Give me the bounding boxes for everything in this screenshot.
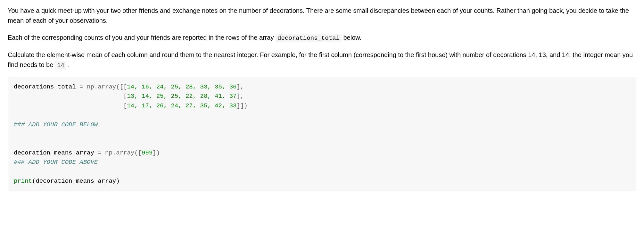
- code-token: decorations_total: [14, 83, 79, 90]
- code-comment-below: ### ADD YOUR CODE BELOW: [14, 121, 98, 128]
- code-cell[interactable]: decorations_total = np.array([[14, 16, 2…: [8, 78, 636, 191]
- code-token: = np.array([[: [79, 83, 127, 90]
- inline-code-decorations-total: decorations_total: [276, 34, 342, 42]
- code-token: decoration_means_array: [14, 149, 98, 156]
- code-token: = np.array([: [98, 149, 142, 156]
- code-token: ],: [237, 83, 244, 90]
- instruction-paragraph-3: Calculate the element-wise mean of each …: [8, 50, 636, 70]
- code-token: [: [14, 102, 127, 109]
- code-token: 999: [142, 149, 153, 156]
- p3-text-before: Calculate the element-wise mean of each …: [8, 51, 633, 68]
- code-token: 13, 14, 25, 25, 22, 28, 41, 37: [127, 93, 236, 100]
- code-token: 14, 16, 24, 25, 28, 33, 35, 36: [127, 83, 236, 90]
- code-token: ]): [153, 149, 160, 156]
- code-print-arg: (decoration_means_array): [32, 178, 120, 185]
- instruction-paragraph-2: Each of the corresponding counts of you …: [8, 33, 636, 43]
- code-print-fn: print: [14, 178, 32, 185]
- code-token: [: [14, 93, 127, 100]
- p3-text-after: .: [66, 61, 70, 68]
- code-token: 14, 17, 26, 24, 27, 35, 42, 33: [127, 102, 236, 109]
- p2-text-after: below.: [342, 34, 361, 41]
- code-token: ]]): [237, 102, 248, 109]
- instruction-paragraph-1: You have a quick meet-up with your two o…: [8, 6, 636, 26]
- inline-code-expected-14: 14: [55, 61, 66, 70]
- p2-text-before: Each of the corresponding counts of you …: [8, 34, 276, 41]
- code-comment-above: ### ADD YOUR CODE ABOVE: [14, 159, 98, 166]
- code-token: ],: [237, 93, 244, 100]
